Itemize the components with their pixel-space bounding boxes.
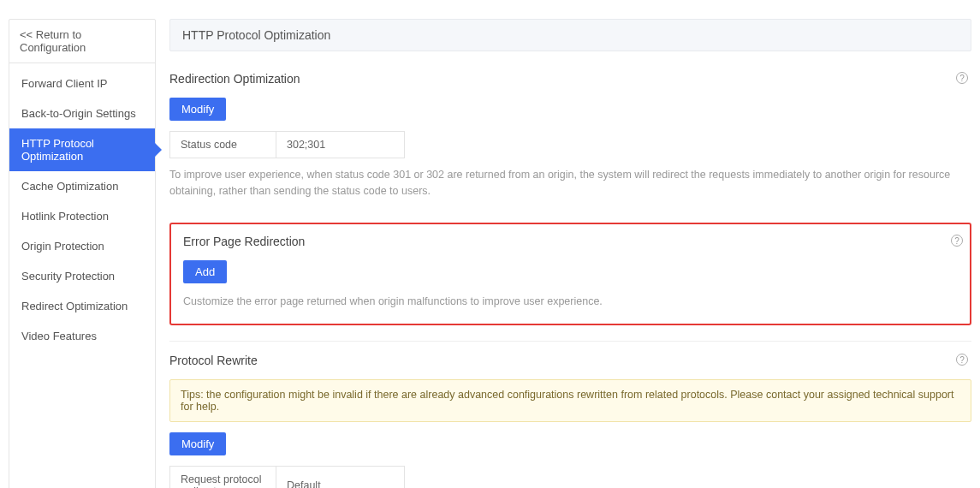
redirection-description: To improve user experience, when status … bbox=[169, 167, 971, 200]
section-title-protocol-rewrite: Protocol Rewrite bbox=[169, 354, 971, 367]
protocol-rewrite-table: Request protocol redirect Default Back-t… bbox=[169, 466, 405, 488]
sidebar-item-hotlink-protection[interactable]: Hotlink Protection bbox=[9, 201, 155, 231]
request-protocol-redirect-key: Request protocol redirect bbox=[170, 467, 276, 488]
return-to-configuration[interactable]: << Return to Configuration bbox=[9, 20, 155, 63]
add-button[interactable]: Add bbox=[183, 260, 227, 283]
section-title-error-page: Error Page Redirection bbox=[183, 235, 958, 248]
sidebar-item-forward-client-ip[interactable]: Forward Client IP bbox=[9, 68, 155, 98]
section-error-page-redirection: Error Page Redirection ? Add Customize t… bbox=[169, 223, 971, 325]
sidebar-item-cache-optimization[interactable]: Cache Optimization bbox=[9, 171, 155, 201]
error-page-description: Customize the error page returned when o… bbox=[183, 294, 958, 310]
sidebar-item-origin-protection[interactable]: Origin Protection bbox=[9, 231, 155, 261]
request-protocol-redirect-value: Default bbox=[276, 467, 405, 488]
sidebar-item-redirect-optimization[interactable]: Redirect Optimization bbox=[9, 291, 155, 321]
table-row: Request protocol redirect Default bbox=[170, 467, 405, 488]
help-icon[interactable]: ? bbox=[956, 72, 968, 84]
tips-banner: Tips: the configuration might be invalid… bbox=[169, 379, 971, 422]
status-code-table: Status code 302;301 bbox=[169, 131, 405, 158]
help-icon[interactable]: ? bbox=[951, 235, 963, 247]
sidebar-item-back-to-origin-settings[interactable]: Back-to-Origin Settings bbox=[9, 98, 155, 128]
sidebar-item-http-protocol-optimization[interactable]: HTTP Protocol Optimization bbox=[9, 128, 155, 171]
sidebar-menu: Forward Client IP Back-to-Origin Setting… bbox=[9, 63, 155, 356]
status-code-value: 302;301 bbox=[276, 132, 405, 158]
page-title: HTTP Protocol Optimization bbox=[169, 19, 971, 51]
modify-button[interactable]: Modify bbox=[169, 432, 226, 455]
section-redirection-optimization: Redirection Optimization ? Modify Status… bbox=[169, 60, 971, 217]
status-code-key: Status code bbox=[170, 132, 276, 158]
sidebar-item-security-protection[interactable]: Security Protection bbox=[9, 261, 155, 291]
main-content: HTTP Protocol Optimization Redirection O… bbox=[169, 19, 971, 488]
sidebar: << Return to Configuration Forward Clien… bbox=[9, 19, 156, 488]
section-title-redirection: Redirection Optimization bbox=[169, 72, 971, 86]
sidebar-item-video-features[interactable]: Video Features bbox=[9, 321, 155, 351]
section-protocol-rewrite: Protocol Rewrite ? Tips: the configurati… bbox=[169, 341, 971, 488]
table-row: Status code 302;301 bbox=[170, 132, 405, 158]
modify-button[interactable]: Modify bbox=[169, 98, 226, 121]
